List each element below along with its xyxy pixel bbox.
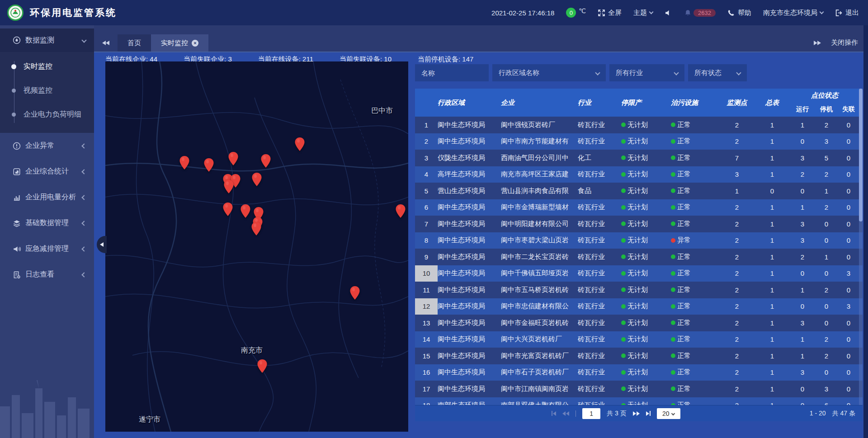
cell-lost-count: 0 (838, 249, 859, 265)
cell-running-count: 1 (790, 199, 815, 216)
table-row[interactable]: 3仪陇生态环境局西南油气田分公司川中化工无计划正常71350 (415, 150, 863, 166)
map-pin[interactable] (203, 158, 214, 172)
sidebar-item-power-analysis[interactable]: 企业用电量分析 (0, 184, 94, 210)
table-row[interactable]: 5营山生态环境局营山县润丰肉食品有限食品无计划正常10010 (415, 183, 863, 199)
cell-stopped-count: 1 (815, 183, 838, 199)
table-row[interactable]: 8阆中生态环境局阆中市枣碧大梁山页岩砖瓦行业无计划异常21300 (415, 232, 863, 249)
table-row[interactable]: 12阆中生态环境局阆中市忠信建材有限公砖瓦行业无计划正常21003 (415, 298, 863, 315)
table-row[interactable]: 2阆中生态环境局阆中市南方节能建材有砖瓦行业无计划正常21030 (415, 133, 863, 150)
tabs-scroll-left-button[interactable] (94, 34, 118, 52)
cell-industry: 砖瓦行业 (578, 265, 621, 282)
map-pin[interactable] (228, 151, 239, 166)
status-select[interactable]: 所有状态 (688, 64, 747, 81)
cell-stopped-count: 0 (815, 216, 838, 232)
cell-facility-status: 正常 (671, 249, 720, 265)
cell-lost-count: 0 (838, 117, 859, 133)
sidebar-item-company-statistics[interactable]: 企业综合统计 (0, 159, 94, 184)
notifications-button[interactable]: 2632 (684, 9, 716, 17)
map-pin[interactable] (260, 154, 271, 168)
cell-row-number: 14 (415, 331, 438, 348)
table-row[interactable]: 4高坪生态环境局南充市高坪区王家店建砖瓦行业无计划正常31220 (415, 166, 863, 183)
cell-region: 阆中生态环境局 (438, 265, 501, 282)
status-dot-icon (671, 320, 675, 325)
notification-count-badge: 2632 (693, 9, 716, 17)
table-row[interactable]: 14阆中生态环境局阆中大兴页岩机砖厂砖瓦行业无计划正常21120 (415, 331, 863, 348)
map-pin[interactable] (223, 179, 234, 194)
sidebar-item-data-monitor[interactable]: 数据监测 (0, 28, 94, 52)
last-page-icon (646, 411, 649, 416)
industry-select[interactable]: 所有行业 (609, 64, 684, 81)
first-page-button[interactable] (552, 411, 556, 416)
map-pin[interactable] (251, 221, 262, 236)
fullscreen-button[interactable]: 全屏 (598, 9, 622, 17)
cell-row-number: 12 (415, 298, 438, 315)
table-row[interactable]: 17阆中生态环境局阆中市江南镇阆南页岩砖瓦行业无计划正常21030 (415, 381, 863, 397)
map-pin[interactable] (251, 172, 262, 187)
logout-button[interactable]: 退出 (835, 9, 859, 17)
sidebar-item-log-view[interactable]: 日志查看 (0, 262, 94, 287)
table-row[interactable]: 13阆中生态环境局阆中市金福旺页岩机砖砖瓦行业无计划正常21300 (415, 315, 863, 331)
org-menu[interactable]: 南充市生态环境局 (763, 9, 823, 17)
sidebar-item-base-data[interactable]: 基础数据管理 (0, 210, 94, 236)
map-panel[interactable]: 巴中市南充市遂宁市 (105, 61, 408, 432)
tab-realtime-monitor[interactable]: 实时监控 × (151, 34, 208, 52)
cell-monitor-points: 2 (720, 381, 754, 397)
map-pin[interactable] (349, 286, 360, 300)
cell-limit-status: 无计划 (621, 381, 671, 397)
table-row[interactable]: 9阆中生态环境局阆中市二龙长宝页岩砖砖瓦行业无计划正常21210 (415, 249, 863, 265)
sidebar-collapse-handle[interactable] (97, 236, 107, 253)
page-number-input[interactable] (582, 408, 600, 419)
cell-lost-count: 0 (838, 166, 859, 183)
cell-region: 仪陇生态环境局 (438, 150, 501, 166)
map-pin[interactable] (179, 155, 190, 170)
theme-menu[interactable]: 主题 (633, 9, 653, 17)
cell-total-meters: 1 (754, 216, 790, 232)
table-row[interactable]: 6阆中生态环境局阆中市金博瑞新型墙材砖瓦行业无计划正常21120 (415, 199, 863, 216)
help-button[interactable]: 帮助 (727, 9, 751, 17)
sidebar-item-realtime-monitor[interactable]: 实时监控 (0, 55, 94, 79)
cell-row-number: 18 (415, 397, 438, 405)
cell-lost-count: 0 (838, 315, 859, 331)
cell-total-meters: 1 (754, 348, 790, 364)
table-row[interactable]: 16阆中生态环境局阆中市石子页岩机砖厂砖瓦行业无计划正常21300 (415, 364, 863, 381)
status-dot-icon (671, 139, 675, 144)
tab-home[interactable]: 首页 (118, 34, 151, 52)
cell-running-count: 1 (790, 117, 815, 133)
table-row[interactable]: 11阆中生态环境局阆中市五马桥页岩机砖砖瓦行业无计划正常21120 (415, 282, 863, 298)
page-scrollbar-track[interactable] (863, 25, 868, 438)
close-operations-button[interactable]: 关闭操作 (831, 38, 858, 47)
cell-total-meters: 1 (754, 232, 790, 249)
name-search-input[interactable] (415, 64, 489, 81)
cell-lost-count: 0 (838, 133, 859, 150)
cell-row-number: 5 (415, 183, 438, 199)
column-header-points: 监测点 (720, 89, 754, 117)
page-size-select[interactable]: 20 (657, 408, 680, 419)
map-pin[interactable] (395, 204, 406, 218)
table-row[interactable]: 10阆中生态环境局阆中千佛镇五郎垭页岩砖瓦行业无计划正常21003 (415, 265, 863, 282)
map-pin[interactable] (240, 204, 251, 218)
sidebar-item-video-monitor[interactable]: 视频监控 (0, 79, 94, 103)
map-pin[interactable] (257, 359, 268, 373)
sidebar-item-emergency-reduction[interactable]: 应急减排管理 (0, 236, 94, 262)
last-page-button[interactable] (646, 411, 651, 416)
sidebar-item-power-load-detail[interactable]: 企业电力负荷明细 (0, 103, 94, 127)
timeline-dot-icon (11, 64, 16, 69)
tabs-scroll-right-button[interactable] (814, 41, 821, 45)
datetime: 2021-02-25 17:46:18 (491, 9, 554, 17)
close-icon[interactable]: × (192, 40, 198, 47)
table-row[interactable]: 15阆中生态环境局阆中市光富页岩机砖厂砖瓦行业无计划正常21120 (415, 348, 863, 364)
chevron-down-icon (649, 9, 654, 14)
sound-button[interactable] (665, 9, 672, 17)
table-row[interactable]: 1阆中生态环境局阆中强锐页岩砖厂砖瓦行业无计划正常21120 (415, 117, 863, 133)
cell-facility-status: 正常 (671, 348, 720, 364)
table-scrollbar[interactable] (859, 89, 863, 405)
table-row[interactable]: 7阆中生态环境局阆中明阳建材有限公司砖瓦行业无计划正常21300 (415, 216, 863, 232)
map-pin[interactable] (294, 137, 305, 151)
map-pin[interactable] (222, 202, 233, 217)
next-page-button[interactable] (633, 411, 640, 416)
table-row[interactable]: 18南部生态环境局南部县双佛土陶有限公砖瓦行业无计划正常21060 (415, 397, 863, 405)
sidebar-item-company-abnormal[interactable]: 企业异常 (0, 133, 94, 159)
region-select[interactable]: 行政区域名称 (492, 64, 606, 81)
prev-page-button[interactable] (562, 411, 569, 416)
cell-row-number: 1 (415, 117, 438, 133)
